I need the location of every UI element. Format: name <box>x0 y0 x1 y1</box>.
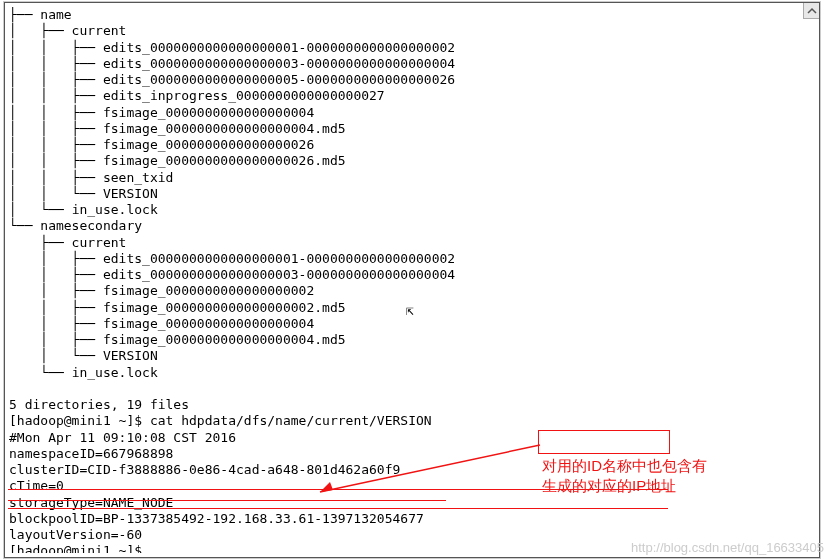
annotation-strike <box>8 500 446 501</box>
file-name: fsimage_0000000000000000026.md5 <box>103 153 346 168</box>
file-line: blockpoolID=BP-1337385492-192.168.33.61-… <box>9 511 424 526</box>
file-name: edits_0000000000000000003-00000000000000… <box>103 56 455 71</box>
file-name: in_use.lock <box>72 365 158 380</box>
annotation-box <box>538 430 670 454</box>
file-line: cTime=0 <box>9 478 64 493</box>
file-name: in_use.lock <box>72 202 158 217</box>
shell-prompt: [hadoop@mini1 ~]$ <box>9 413 150 428</box>
scroll-up-button[interactable] <box>803 3 819 19</box>
file-name: VERSION <box>103 186 158 201</box>
file-line: layoutVersion=-60 <box>9 527 142 542</box>
file-name: edits_0000000000000000003-00000000000000… <box>103 267 455 282</box>
file-name: fsimage_0000000000000000026 <box>103 137 314 152</box>
file-name: fsimage_0000000000000000004 <box>103 105 314 120</box>
file-name: fsimage_0000000000000000002.md5 <box>103 300 346 315</box>
file-name: fsimage_0000000000000000004 <box>103 316 314 331</box>
file-name: edits_0000000000000000001-00000000000000… <box>103 40 455 55</box>
file-name: edits_0000000000000000005-00000000000000… <box>103 72 455 87</box>
file-name: fsimage_0000000000000000004.md5 <box>103 121 346 136</box>
text-cursor-icon: ⇱ <box>406 303 414 319</box>
file-line: #Mon Apr 11 09:10:08 CST 2016 <box>9 430 236 445</box>
file-name: VERSION <box>103 348 158 363</box>
shell-command: cat hdpdata/dfs/name/current/VERSION <box>150 413 432 428</box>
annotation-underline <box>8 508 668 509</box>
file-name: edits_inprogress_0000000000000000027 <box>103 88 385 103</box>
chevron-up-icon <box>807 6 817 16</box>
annotation-line: 生成的对应的IP地址 <box>542 476 707 496</box>
file-line: clusterID=CID-f3888886-0e86-4cad-a648-80… <box>9 462 400 477</box>
file-line: namespaceID=667968898 <box>9 446 173 461</box>
annotation-text: 对用的ID名称中也包含有 生成的对应的IP地址 <box>542 456 707 495</box>
tree-summary: 5 directories, 19 files <box>9 397 189 412</box>
file-name: fsimage_0000000000000000004.md5 <box>103 332 346 347</box>
watermark-text: http://blog.csdn.net/qq_16633405 <box>631 540 824 556</box>
shell-prompt: [hadoop@mini1 ~]$ <box>9 543 142 553</box>
annotation-line: 对用的ID名称中也包含有 <box>542 456 707 476</box>
file-name: edits_0000000000000000001-00000000000000… <box>103 251 455 266</box>
file-name: fsimage_0000000000000000002 <box>103 283 314 298</box>
file-name: seen_txid <box>103 170 173 185</box>
